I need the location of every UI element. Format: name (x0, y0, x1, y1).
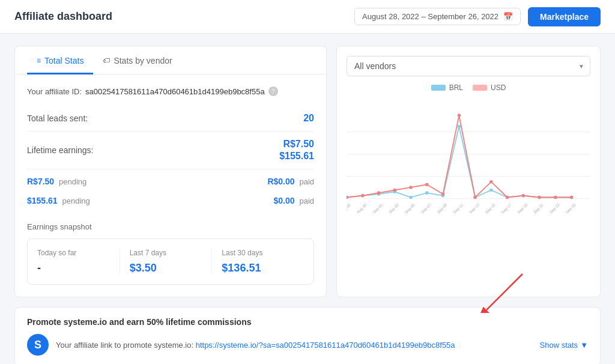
main-content: ≡ Total Stats 🏷 Stats by vendor Your aff… (0, 34, 615, 364)
snapshot-today: Today so far - (37, 249, 120, 275)
tag-icon: 🏷 (103, 56, 110, 65)
brl-color-swatch (431, 85, 446, 91)
x-label: Sep 07 (420, 202, 432, 214)
x-label: Aug 30 (356, 202, 368, 214)
right-panel: All vendors BRL USD (336, 46, 601, 297)
x-label: Sep 21 (533, 202, 545, 214)
x-label: Sep 25 (565, 202, 577, 214)
chart-legend: BRL USD (347, 83, 590, 92)
promote-section: Promote systeme.io and earn 50% lifetime… (14, 307, 601, 364)
usd-dot (393, 189, 397, 192)
lifetime-earnings-row: Lifetime earnings: R$7.50 $155.61 (27, 132, 314, 169)
stats-content: Your affiliate ID: sa0025417581611a470d6… (15, 74, 326, 297)
x-label: Sep 23 (548, 202, 560, 214)
x-label: Sep 03 (388, 202, 400, 214)
snapshot-last7: Last 7 days $3.50 (120, 249, 213, 275)
usd-dot (489, 180, 493, 184)
usd-dot (473, 196, 477, 199)
affiliate-link[interactable]: https://systeme.io/?sa=sa0025417581611a4… (196, 341, 455, 350)
vendors-header: All vendors (347, 56, 590, 76)
affiliate-id-value: sa0025417581611a470d60461b1d4199eb9bc8f5… (85, 87, 265, 96)
vendors-select-wrapper: All vendors (347, 56, 590, 76)
vendors-select[interactable]: All vendors (347, 56, 590, 76)
show-stats-button[interactable]: Show stats ▼ (540, 341, 588, 350)
usd-dot-peak (458, 114, 461, 117)
affiliate-id-row: Your affiliate ID: sa0025417581611a470d6… (27, 86, 314, 96)
content-area: ≡ Total Stats 🏷 Stats by vendor Your aff… (14, 46, 601, 297)
date-range-picker[interactable]: August 28, 2022 – September 26, 2022 📅 (354, 8, 521, 25)
promote-link-row: S Your affiliate link to promote systeme… (27, 334, 588, 356)
x-label: Sep 15 (484, 202, 496, 214)
paid1-amount: R$0.00 (267, 177, 294, 186)
paid1-right: R$0.00 paid (267, 177, 314, 186)
brl-dot (425, 191, 429, 195)
affiliate-id-label: Your affiliate ID: (27, 87, 82, 96)
usd-dot (425, 183, 429, 187)
pending-paid-section: R$7.50 pending R$0.00 paid $155.61 pendi… (27, 169, 314, 213)
pending2-label: pending (62, 196, 90, 205)
pending-row-2: $155.61 pending $0.00 paid (27, 193, 314, 208)
systeme-logo: S (27, 334, 49, 356)
legend-brl: BRL (431, 83, 463, 92)
x-label: Sep 11 (452, 202, 464, 214)
tab-total-stats[interactable]: ≡ Total Stats (27, 46, 93, 74)
paid2-amount: $0.00 (273, 196, 294, 205)
usd-dot (377, 191, 381, 195)
pending1-left: R$7.50 pending (27, 177, 86, 186)
snapshot-last7-value: $3.50 (130, 262, 202, 275)
total-leads-value: 20 (303, 113, 314, 124)
lifetime-brl: R$7.50 (283, 139, 314, 150)
promote-link-text: Your affiliate link to promote systeme.i… (56, 341, 455, 350)
header: Affiliate dashboard August 28, 2022 – Se… (0, 0, 615, 34)
snapshot-last30-label: Last 30 days (222, 249, 294, 257)
earnings-snapshot: Earnings snapshot Today so far - Last 7 … (27, 213, 314, 285)
legend-brl-label: BRL (449, 83, 463, 92)
show-stats-label: Show stats (540, 341, 578, 350)
lifetime-usd: $155.61 (279, 151, 314, 162)
usd-dot (506, 196, 509, 199)
brl-dot (489, 189, 493, 192)
link-prefix: Your affiliate link to promote systeme.i… (56, 341, 193, 350)
usd-dot (554, 196, 557, 199)
snapshot-title: Earnings snapshot (27, 222, 314, 231)
snapshot-last30: Last 30 days $136.51 (212, 249, 304, 275)
paid2-right: $0.00 paid (273, 196, 314, 205)
usd-color-swatch (473, 85, 487, 91)
legend-usd: USD (473, 83, 506, 92)
x-label: Sep 13 (468, 202, 480, 214)
x-label: Sep 19 (517, 202, 529, 214)
tab-total-stats-label: Total Stats (44, 56, 83, 65)
lifetime-earnings-values: R$7.50 $155.61 (279, 139, 314, 162)
pending2-left: $155.61 pending (27, 196, 90, 205)
brl-line (347, 126, 572, 197)
usd-dot (570, 196, 574, 199)
date-range-text: August 28, 2022 – September 26, 2022 (362, 12, 498, 21)
lifetime-earnings-label: Lifetime earnings: (27, 145, 94, 155)
total-leads-row: Total leads sent: 20 (27, 106, 314, 132)
x-label: Sep 05 (404, 202, 416, 214)
lines-icon: ≡ (37, 56, 41, 65)
paid1-label: paid (299, 177, 314, 186)
calendar-icon: 📅 (503, 12, 513, 21)
help-icon[interactable]: ? (268, 86, 278, 96)
snapshot-last7-label: Last 7 days (130, 249, 202, 257)
snapshot-last30-value: $136.51 (222, 262, 294, 275)
pending1-amount: R$7.50 (27, 177, 54, 186)
pending1-label: pending (59, 177, 86, 186)
tab-stats-by-vendor-label: Stats by vendor (114, 56, 172, 65)
header-right: August 28, 2022 – September 26, 2022 📅 M… (354, 7, 601, 26)
usd-dot (522, 194, 526, 198)
tabs: ≡ Total Stats 🏷 Stats by vendor (15, 46, 326, 74)
pending2-amount: $155.61 (27, 196, 58, 205)
legend-usd-label: USD (491, 83, 506, 92)
usd-dot (409, 186, 413, 189)
promote-wrapper: Promote systeme.io and earn 50% lifetime… (14, 307, 601, 364)
line-chart: Aug 28 Aug 30 Sep 01 Sep 03 Sep 05 Sep 0… (347, 99, 590, 231)
marketplace-button[interactable]: Marketplace (528, 7, 601, 26)
usd-dot (361, 194, 365, 198)
left-panel: ≡ Total Stats 🏷 Stats by vendor Your aff… (14, 46, 327, 297)
tab-stats-by-vendor[interactable]: 🏷 Stats by vendor (93, 46, 181, 74)
x-label: Sep 01 (372, 202, 384, 214)
snapshot-today-value: - (37, 262, 110, 275)
brl-dot (409, 196, 413, 199)
